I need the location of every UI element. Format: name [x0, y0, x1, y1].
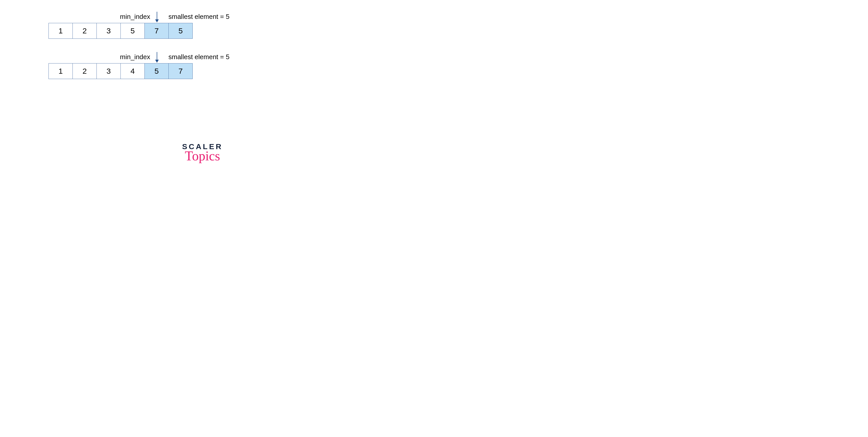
- min-index-label-2: min_index: [120, 53, 150, 61]
- array-cell: 3: [96, 23, 121, 39]
- smallest-element-label-1: smallest element = 5: [168, 13, 229, 21]
- scaler-topics-logo: SCALER Topics: [169, 143, 236, 163]
- array-cell: 1: [49, 23, 73, 39]
- array-row-2: min_index smallest element = 5 1 2 3 4 5…: [49, 51, 355, 89]
- array-cell: 1: [49, 63, 73, 79]
- array-cell: 2: [72, 63, 97, 79]
- labels-line-1: min_index smallest element = 5: [49, 10, 355, 23]
- logo-text-topics: Topics: [169, 149, 236, 163]
- diagram-container: min_index smallest element = 5 1 2 3 5 7…: [49, 10, 355, 91]
- array-cell-highlight: 7: [168, 63, 193, 79]
- smallest-element-label-2: smallest element = 5: [168, 53, 229, 61]
- min-index-label-1: min_index: [120, 13, 150, 21]
- arrow-down-icon: [157, 12, 157, 22]
- array-cell: 5: [121, 23, 145, 39]
- array-cell: 4: [121, 63, 145, 79]
- array-1: 1 2 3 5 7 5: [49, 23, 193, 39]
- array-cell-highlight: 5: [145, 63, 169, 79]
- array-cell: 2: [72, 23, 97, 39]
- array-cell-highlight: 5: [168, 23, 193, 39]
- array-row-1: min_index smallest element = 5 1 2 3 5 7…: [49, 10, 355, 48]
- array-cell: 3: [96, 63, 121, 79]
- labels-line-2: min_index smallest element = 5: [49, 51, 355, 63]
- arrow-down-icon: [157, 52, 157, 62]
- array-cell-highlight: 7: [145, 23, 169, 39]
- array-2: 1 2 3 4 5 7: [49, 63, 193, 79]
